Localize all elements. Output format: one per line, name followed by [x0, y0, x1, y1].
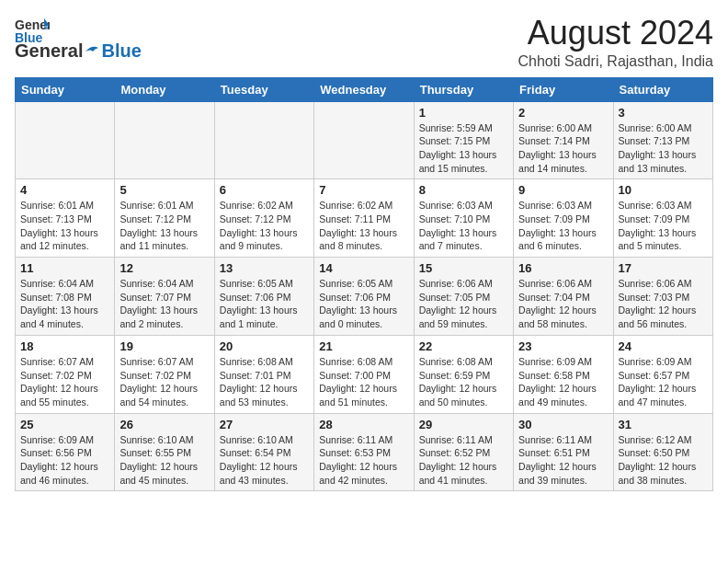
- day-detail: Sunrise: 6:10 AM Sunset: 6:55 PM Dayligh…: [119, 433, 209, 488]
- calendar-cell: [16, 101, 115, 179]
- day-detail: Sunrise: 6:05 AM Sunset: 7:06 PM Dayligh…: [319, 277, 408, 331]
- day-detail: Sunrise: 6:04 AM Sunset: 7:07 PM Dayligh…: [119, 277, 209, 331]
- calendar-cell: 30Sunrise: 6:11 AM Sunset: 6:51 PM Dayli…: [514, 413, 613, 491]
- day-detail: Sunrise: 6:02 AM Sunset: 7:11 PM Dayligh…: [319, 199, 408, 253]
- calendar-cell: 14Sunrise: 6:05 AM Sunset: 7:06 PM Dayli…: [314, 258, 414, 336]
- day-detail: Sunrise: 6:07 AM Sunset: 7:02 PM Dayligh…: [20, 355, 109, 409]
- day-detail: Sunrise: 6:09 AM Sunset: 6:57 PM Dayligh…: [619, 355, 708, 409]
- day-detail: Sunrise: 6:06 AM Sunset: 7:04 PM Dayligh…: [518, 277, 608, 331]
- calendar-header-sunday: Sunday: [16, 77, 115, 101]
- calendar-cell: 20Sunrise: 6:08 AM Sunset: 7:01 PM Dayli…: [214, 335, 313, 413]
- day-number: 2: [518, 106, 608, 120]
- day-detail: Sunrise: 6:00 AM Sunset: 7:13 PM Dayligh…: [619, 121, 708, 176]
- logo-general: General: [15, 40, 83, 62]
- day-detail: Sunrise: 6:03 AM Sunset: 7:09 PM Dayligh…: [518, 199, 608, 253]
- day-detail: Sunrise: 6:08 AM Sunset: 7:00 PM Dayligh…: [319, 355, 408, 409]
- day-detail: Sunrise: 6:03 AM Sunset: 7:09 PM Dayligh…: [619, 199, 708, 253]
- day-number: 17: [619, 261, 708, 275]
- day-number: 18: [20, 339, 109, 353]
- day-number: 8: [419, 183, 508, 197]
- calendar-header-friday: Friday: [514, 77, 613, 101]
- day-number: 28: [319, 418, 408, 431]
- calendar-cell: 1Sunrise: 5:59 AM Sunset: 7:15 PM Daylig…: [414, 101, 513, 179]
- day-number: 31: [619, 418, 708, 431]
- calendar-week-4: 18Sunrise: 6:07 AM Sunset: 7:02 PM Dayli…: [16, 335, 713, 413]
- calendar-cell: 8Sunrise: 6:03 AM Sunset: 7:10 PM Daylig…: [414, 179, 513, 258]
- calendar-cell: 9Sunrise: 6:03 AM Sunset: 7:09 PM Daylig…: [514, 179, 613, 258]
- calendar-cell: 2Sunrise: 6:00 AM Sunset: 7:14 PM Daylig…: [514, 101, 613, 179]
- logo: General Blue General Blue: [15, 15, 142, 62]
- day-number: 30: [518, 418, 608, 431]
- calendar-cell: 28Sunrise: 6:11 AM Sunset: 6:53 PM Dayli…: [314, 413, 414, 491]
- day-detail: Sunrise: 6:07 AM Sunset: 7:02 PM Dayligh…: [119, 355, 209, 409]
- calendar-cell: 4Sunrise: 6:01 AM Sunset: 7:13 PM Daylig…: [16, 179, 115, 258]
- day-number: 23: [518, 339, 608, 353]
- day-number: 24: [619, 339, 708, 353]
- calendar-week-1: 1Sunrise: 5:59 AM Sunset: 7:15 PM Daylig…: [16, 101, 713, 179]
- day-detail: Sunrise: 6:09 AM Sunset: 6:58 PM Dayligh…: [518, 355, 608, 409]
- calendar-cell: 16Sunrise: 6:06 AM Sunset: 7:04 PM Dayli…: [514, 258, 613, 336]
- calendar-cell: 5Sunrise: 6:01 AM Sunset: 7:12 PM Daylig…: [115, 179, 214, 258]
- calendar-week-5: 25Sunrise: 6:09 AM Sunset: 6:56 PM Dayli…: [16, 413, 713, 491]
- calendar-cell: 6Sunrise: 6:02 AM Sunset: 7:12 PM Daylig…: [214, 179, 313, 258]
- calendar-cell: [214, 101, 313, 179]
- calendar-cell: 11Sunrise: 6:04 AM Sunset: 7:08 PM Dayli…: [16, 258, 115, 336]
- day-detail: Sunrise: 6:08 AM Sunset: 6:59 PM Dayligh…: [419, 355, 508, 409]
- calendar-header-monday: Monday: [115, 77, 214, 101]
- calendar-week-2: 4Sunrise: 6:01 AM Sunset: 7:13 PM Daylig…: [16, 179, 713, 258]
- day-detail: Sunrise: 6:11 AM Sunset: 6:53 PM Dayligh…: [319, 433, 408, 488]
- day-number: 21: [319, 339, 408, 353]
- day-number: 15: [419, 261, 508, 275]
- calendar-cell: 7Sunrise: 6:02 AM Sunset: 7:11 PM Daylig…: [314, 179, 414, 258]
- calendar-cell: 27Sunrise: 6:10 AM Sunset: 6:54 PM Dayli…: [214, 413, 313, 491]
- day-detail: Sunrise: 6:11 AM Sunset: 6:52 PM Dayligh…: [419, 433, 508, 488]
- calendar-cell: 21Sunrise: 6:08 AM Sunset: 7:00 PM Dayli…: [314, 335, 414, 413]
- calendar-cell: 22Sunrise: 6:08 AM Sunset: 6:59 PM Dayli…: [414, 335, 513, 413]
- title-block: August 2024 Chhoti Sadri, Rajasthan, Ind…: [518, 15, 713, 70]
- calendar-cell: 25Sunrise: 6:09 AM Sunset: 6:56 PM Dayli…: [16, 413, 115, 491]
- calendar-cell: 19Sunrise: 6:07 AM Sunset: 7:02 PM Dayli…: [115, 335, 214, 413]
- day-detail: Sunrise: 6:09 AM Sunset: 6:56 PM Dayligh…: [20, 433, 109, 488]
- day-detail: Sunrise: 6:06 AM Sunset: 7:03 PM Dayligh…: [619, 277, 708, 331]
- day-number: 20: [220, 339, 309, 353]
- calendar-cell: 17Sunrise: 6:06 AM Sunset: 7:03 PM Dayli…: [613, 258, 712, 336]
- day-number: 5: [119, 183, 209, 197]
- day-detail: Sunrise: 6:01 AM Sunset: 7:13 PM Dayligh…: [20, 199, 109, 253]
- day-number: 6: [220, 183, 309, 197]
- day-number: 27: [220, 418, 309, 431]
- day-detail: Sunrise: 6:11 AM Sunset: 6:51 PM Dayligh…: [518, 433, 608, 488]
- day-number: 11: [20, 261, 109, 275]
- day-number: 29: [419, 418, 508, 431]
- day-detail: Sunrise: 6:01 AM Sunset: 7:12 PM Dayligh…: [119, 199, 209, 253]
- day-detail: Sunrise: 6:04 AM Sunset: 7:08 PM Dayligh…: [20, 277, 109, 331]
- calendar-cell: 18Sunrise: 6:07 AM Sunset: 7:02 PM Dayli…: [16, 335, 115, 413]
- calendar-cell: 3Sunrise: 6:00 AM Sunset: 7:13 PM Daylig…: [613, 101, 712, 179]
- calendar-header-thursday: Thursday: [414, 77, 513, 101]
- calendar-table: SundayMondayTuesdayWednesdayThursdayFrid…: [15, 77, 713, 492]
- calendar-cell: 23Sunrise: 6:09 AM Sunset: 6:58 PM Dayli…: [514, 335, 613, 413]
- page-header: General Blue General Blue August 2024 Ch…: [15, 15, 713, 70]
- calendar-cell: 15Sunrise: 6:06 AM Sunset: 7:05 PM Dayli…: [414, 258, 513, 336]
- day-number: 1: [419, 106, 508, 120]
- day-detail: Sunrise: 6:08 AM Sunset: 7:01 PM Dayligh…: [220, 355, 309, 409]
- day-number: 25: [20, 418, 109, 431]
- day-number: 10: [619, 183, 708, 197]
- calendar-header-row: SundayMondayTuesdayWednesdayThursdayFrid…: [16, 77, 713, 101]
- day-number: 3: [619, 106, 708, 120]
- calendar-week-3: 11Sunrise: 6:04 AM Sunset: 7:08 PM Dayli…: [16, 258, 713, 336]
- calendar-cell: [115, 101, 214, 179]
- day-number: 16: [518, 261, 608, 275]
- calendar-cell: 12Sunrise: 6:04 AM Sunset: 7:07 PM Dayli…: [115, 258, 214, 336]
- day-number: 22: [419, 339, 508, 353]
- calendar-cell: 29Sunrise: 6:11 AM Sunset: 6:52 PM Dayli…: [414, 413, 513, 491]
- day-detail: Sunrise: 6:00 AM Sunset: 7:14 PM Dayligh…: [518, 121, 608, 176]
- calendar-cell: [314, 101, 414, 179]
- day-number: 9: [518, 183, 608, 197]
- day-detail: Sunrise: 6:05 AM Sunset: 7:06 PM Dayligh…: [220, 277, 309, 331]
- calendar-header-tuesday: Tuesday: [214, 77, 313, 101]
- day-detail: Sunrise: 6:12 AM Sunset: 6:50 PM Dayligh…: [619, 433, 708, 488]
- day-number: 19: [119, 339, 209, 353]
- calendar-cell: 26Sunrise: 6:10 AM Sunset: 6:55 PM Dayli…: [115, 413, 214, 491]
- calendar-cell: 10Sunrise: 6:03 AM Sunset: 7:09 PM Dayli…: [613, 179, 712, 258]
- calendar-cell: 13Sunrise: 6:05 AM Sunset: 7:06 PM Dayli…: [214, 258, 313, 336]
